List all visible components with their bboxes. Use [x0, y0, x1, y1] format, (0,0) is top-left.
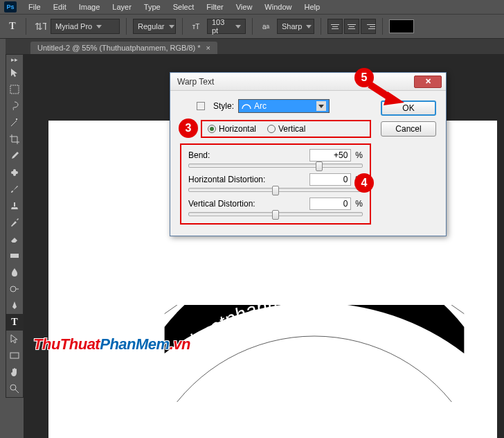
dropdown-arrow-icon — [169, 25, 174, 28]
bend-slider[interactable] — [188, 164, 363, 168]
menu-window[interactable]: Window — [258, 1, 298, 12]
vdist-slider[interactable] — [188, 212, 363, 216]
crop-tool[interactable] — [6, 131, 23, 148]
style-value: Arc — [254, 101, 267, 111]
menu-image[interactable]: Image — [73, 1, 107, 12]
slider-thumb[interactable] — [272, 210, 279, 220]
divider — [321, 18, 321, 35]
watermark-part2: PhanMem — [100, 335, 169, 353]
align-center-button[interactable] — [344, 19, 359, 34]
warped-text[interactable]: Thuthuatphanmem — [93, 305, 504, 402]
slider-thumb[interactable] — [272, 186, 279, 195]
percent-label: % — [355, 199, 363, 209]
dropdown-arrow-icon — [306, 25, 312, 28]
antialias-dropdown[interactable]: Sharp — [277, 19, 314, 34]
radio-icon — [267, 125, 276, 133]
document-tab-bar: Untitled-2 @ 55% (Thuthuatphanmem, RGB/8… — [0, 39, 504, 54]
font-family-dropdown[interactable]: Myriad Pro — [51, 19, 120, 34]
dropdown-arrow-icon — [235, 25, 241, 28]
lasso-tool[interactable] — [6, 98, 23, 114]
gradient-tool[interactable] — [6, 247, 23, 264]
close-button[interactable]: ✕ — [414, 76, 442, 88]
dropdown-arrow-icon — [316, 101, 326, 111]
antialias-value: Sharp — [282, 22, 302, 30]
svg-rect-3 — [13, 169, 16, 176]
percent-label: % — [355, 150, 363, 160]
text-orientation-icon[interactable]: ⇅T — [33, 19, 46, 33]
annotation-arrow — [366, 82, 407, 110]
svg-rect-4 — [10, 254, 19, 258]
hdist-input[interactable] — [309, 173, 351, 186]
svg-rect-6 — [10, 353, 19, 358]
toolbox: ▸▸ T — [6, 54, 24, 398]
orientation-group: Horizontal Vertical — [201, 120, 371, 138]
vdist-input[interactable] — [309, 198, 351, 210]
style-dropdown[interactable]: Arc — [238, 99, 330, 113]
panel-strip — [0, 39, 6, 438]
bend-label: Bend: — [188, 150, 309, 160]
font-size-dropdown[interactable]: 103 pt — [207, 19, 246, 34]
hdist-label: Horizontal Distortion: — [188, 175, 309, 184]
menu-layer[interactable]: Layer — [106, 1, 138, 12]
brush-tool[interactable] — [6, 181, 23, 198]
document-tab[interactable]: Untitled-2 @ 55% (Thuthuatphanmem, RGB/8… — [30, 42, 217, 54]
font-size-value: 103 pt — [212, 18, 231, 35]
zoom-tool[interactable] — [6, 380, 23, 397]
font-size-icon: тT — [189, 19, 203, 33]
dodge-tool[interactable] — [6, 281, 23, 297]
blur-tool[interactable] — [6, 264, 23, 281]
svg-point-5 — [10, 286, 16, 292]
close-tab-icon[interactable]: × — [206, 44, 210, 52]
collapse-icon[interactable]: ▸▸ — [6, 55, 23, 64]
photoshop-logo: Ps — [4, 1, 17, 12]
style-checkbox[interactable] — [197, 102, 205, 110]
menu-view[interactable]: View — [230, 1, 259, 12]
type-tool[interactable]: T — [6, 314, 23, 331]
path-selection-tool[interactable] — [6, 331, 23, 347]
align-left-button[interactable] — [327, 19, 343, 34]
horizontal-label: Horizontal — [219, 124, 256, 134]
annotation-5: 5 — [354, 68, 374, 87]
divider — [182, 18, 183, 35]
cancel-button[interactable]: Cancel — [381, 121, 436, 137]
radio-icon — [208, 125, 216, 133]
menu-filter[interactable]: Filter — [200, 1, 229, 12]
eraser-tool[interactable] — [6, 231, 23, 247]
history-brush-tool[interactable] — [6, 214, 23, 231]
distortion-sliders: Bend: % Horizontal Distortion: % — [180, 143, 371, 225]
clone-stamp-tool[interactable] — [6, 198, 23, 214]
marquee-tool[interactable] — [6, 81, 23, 98]
move-tool[interactable] — [6, 64, 23, 81]
pen-tool[interactable] — [6, 297, 23, 314]
dropdown-arrow-icon — [96, 25, 102, 28]
font-weight-value: Regular — [138, 22, 165, 30]
hdist-slider[interactable] — [188, 188, 363, 192]
menu-edit[interactable]: Edit — [47, 1, 73, 12]
divider — [26, 18, 26, 35]
type-tool-preset-icon[interactable]: T — [6, 19, 19, 33]
divider — [252, 18, 253, 35]
font-weight-dropdown[interactable]: Regular — [133, 19, 176, 34]
vertical-radio[interactable]: Vertical — [267, 124, 305, 134]
divider — [382, 18, 383, 35]
eyedropper-tool[interactable] — [6, 148, 23, 164]
healing-brush-tool[interactable] — [6, 164, 23, 181]
hand-tool[interactable] — [6, 364, 23, 380]
antialias-icon: aa — [259, 19, 273, 33]
options-bar: T ⇅T Myriad Pro Regular тT 103 pt aa Sha… — [0, 14, 504, 39]
align-right-button[interactable] — [361, 19, 376, 34]
watermark-part1: ThuThuat — [33, 335, 100, 353]
text-color-swatch[interactable] — [389, 19, 414, 33]
svg-point-7 — [10, 385, 16, 390]
menu-type[interactable]: Type — [138, 1, 167, 12]
magic-wand-tool[interactable] — [6, 114, 23, 131]
menu-file[interactable]: File — [22, 1, 47, 12]
rectangle-tool[interactable] — [6, 347, 23, 364]
annotation-4: 4 — [354, 173, 374, 193]
bend-input[interactable] — [309, 149, 351, 161]
menu-select[interactable]: Select — [167, 1, 201, 12]
menu-help[interactable]: Help — [298, 1, 326, 12]
annotation-3: 3 — [179, 119, 198, 138]
horizontal-radio[interactable]: Horizontal — [208, 124, 256, 134]
slider-thumb[interactable] — [316, 161, 323, 171]
